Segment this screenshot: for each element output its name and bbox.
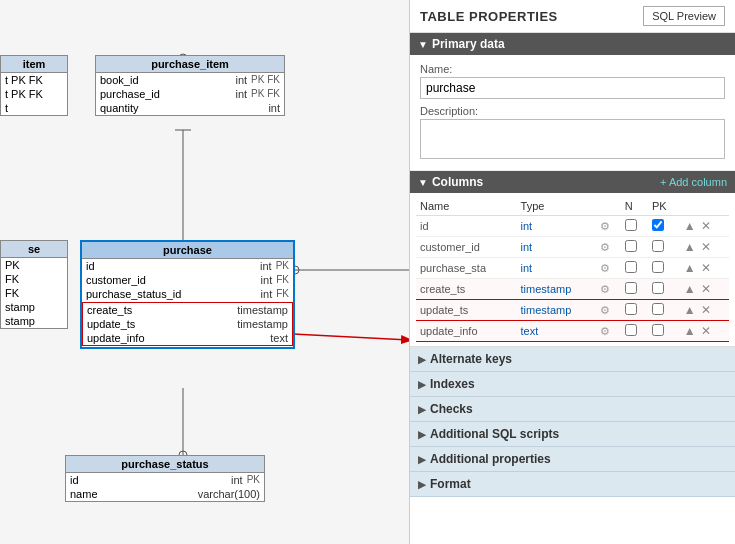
format-label: Format — [430, 477, 471, 491]
col-n-checkbox[interactable] — [625, 240, 637, 252]
table-row: update_info text — [83, 331, 292, 345]
table-row: id int ⚙ ▲ ✕ — [416, 216, 729, 237]
primary-data-section-header[interactable]: ▼ Primary data — [410, 33, 735, 55]
arrow-icon: ▶ — [418, 354, 426, 365]
table-purchase[interactable]: purchase id int PK customer_id int FK pu… — [80, 240, 295, 349]
col-pk-checkbox[interactable] — [652, 240, 664, 252]
table-purchase-status[interactable]: purchase_status id int PK name varchar(1… — [65, 455, 265, 502]
erd-canvas: item t PK FK t PK FK t purchase_item boo… — [0, 0, 410, 544]
table-row: name varchar(100) — [66, 487, 264, 501]
format-section[interactable]: ▶ Format — [410, 472, 735, 497]
col-pk-checkbox[interactable] — [652, 303, 664, 315]
col-type-update-info: text — [517, 321, 597, 342]
additional-props-section[interactable]: ▶ Additional properties — [410, 447, 735, 472]
alternate-keys-section[interactable]: ▶ Alternate keys — [410, 347, 735, 372]
col-type-id: int — [517, 216, 597, 237]
col-header-name: Name — [416, 197, 517, 216]
arrow-icon: ▶ — [418, 379, 426, 390]
table-row: id int PK — [82, 259, 293, 273]
gear-icon[interactable]: ⚙ — [600, 241, 610, 253]
col-header-type: Type — [517, 197, 597, 216]
col-pk-checkbox[interactable] — [652, 261, 664, 273]
col-name-purchase-sta: purchase_sta — [416, 258, 517, 279]
table-row-highlighted: update_ts timestamp ⚙ ▲ ✕ — [416, 300, 729, 321]
table-row: stamp — [1, 314, 67, 328]
primary-data-label: Primary data — [432, 37, 505, 51]
table-header-purchase-status: purchase_status — [66, 456, 264, 473]
move-up-button[interactable]: ▲ — [683, 240, 697, 254]
indexes-label: Indexes — [430, 377, 475, 391]
columns-table-container: Name Type N PK id int ⚙ — [410, 193, 735, 346]
move-up-button[interactable]: ▲ — [683, 219, 697, 233]
col-header-n-label: N — [621, 197, 648, 216]
table-row: customer_id int FK — [82, 273, 293, 287]
table-row-highlighted: update_info text ⚙ ▲ ✕ — [416, 321, 729, 342]
table-row: purchase_sta int ⚙ ▲ ✕ — [416, 258, 729, 279]
table-row: t PK FK — [1, 73, 67, 87]
primary-data-content: Name: Description: — [410, 55, 735, 171]
delete-button[interactable]: ✕ — [700, 282, 712, 296]
table-row: update_ts timestamp — [83, 317, 292, 331]
col-n-checkbox[interactable] — [625, 219, 637, 231]
col-pk-checkbox[interactable] — [652, 219, 664, 231]
col-type-update-ts: timestamp — [517, 300, 597, 321]
delete-button[interactable]: ✕ — [700, 240, 712, 254]
gear-icon[interactable]: ⚙ — [600, 220, 610, 232]
indexes-section[interactable]: ▶ Indexes — [410, 372, 735, 397]
add-column-button[interactable]: + Add column — [660, 176, 727, 188]
table-header-item: item — [1, 56, 67, 73]
col-pk-checkbox[interactable] — [652, 282, 664, 294]
arrow-icon: ▶ — [418, 429, 426, 440]
delete-button[interactable]: ✕ — [700, 219, 712, 233]
additional-sql-section[interactable]: ▶ Additional SQL scripts — [410, 422, 735, 447]
delete-button[interactable]: ✕ — [700, 261, 712, 275]
col-n-checkbox[interactable] — [625, 303, 637, 315]
col-name-update-ts: update_ts — [416, 300, 517, 321]
arrow-icon: ▼ — [418, 39, 428, 50]
gear-icon[interactable]: ⚙ — [600, 262, 610, 274]
table-header-purchase: purchase — [82, 242, 293, 259]
col-n-checkbox[interactable] — [625, 282, 637, 294]
col-pk-checkbox[interactable] — [652, 324, 664, 336]
table-se[interactable]: se PK FK FK stamp stamp — [0, 240, 68, 329]
columns-section: ▼ Columns + Add column Name Type N PK — [410, 171, 735, 347]
table-purchase-item[interactable]: purchase_item book_id int PK FK purchase… — [95, 55, 285, 116]
move-up-button[interactable]: ▲ — [683, 282, 697, 296]
sql-preview-button[interactable]: SQL Preview — [643, 6, 725, 26]
gear-icon[interactable]: ⚙ — [600, 304, 610, 316]
col-type-purchase-sta: int — [517, 258, 597, 279]
table-row: book_id int PK FK — [96, 73, 284, 87]
additional-props-label: Additional properties — [430, 452, 551, 466]
delete-button[interactable]: ✕ — [700, 303, 712, 317]
gear-icon[interactable]: ⚙ — [600, 283, 610, 295]
move-up-button[interactable]: ▲ — [683, 324, 697, 338]
table-row: stamp — [1, 300, 67, 314]
columns-table: Name Type N PK id int ⚙ — [416, 197, 729, 342]
table-item[interactable]: item t PK FK t PK FK t — [0, 55, 68, 116]
col-n-checkbox[interactable] — [625, 261, 637, 273]
table-row: purchase_id int PK FK — [96, 87, 284, 101]
move-up-button[interactable]: ▲ — [683, 261, 697, 275]
col-n-checkbox[interactable] — [625, 324, 637, 336]
table-row: customer_id int ⚙ ▲ ✕ — [416, 237, 729, 258]
delete-button[interactable]: ✕ — [700, 324, 712, 338]
col-name-update-info: update_info — [416, 321, 517, 342]
table-row: PK — [1, 258, 67, 272]
table-header-purchase-item: purchase_item — [96, 56, 284, 73]
table-row: purchase_status_id int FK — [82, 287, 293, 301]
table-row: quantity int — [96, 101, 284, 115]
table-row-highlighted: create_ts timestamp ⚙ ▲ ✕ — [416, 279, 729, 300]
arrow-icon: ▼ — [418, 177, 428, 188]
table-row: create_ts timestamp — [83, 303, 292, 317]
table-row: t — [1, 101, 67, 115]
columns-label: Columns — [432, 175, 483, 189]
description-textarea[interactable] — [420, 119, 725, 159]
name-input[interactable] — [420, 77, 725, 99]
columns-section-header[interactable]: ▼ Columns + Add column — [410, 171, 735, 193]
table-row: id int PK — [66, 473, 264, 487]
move-up-button[interactable]: ▲ — [683, 303, 697, 317]
checks-section[interactable]: ▶ Checks — [410, 397, 735, 422]
gear-icon[interactable]: ⚙ — [600, 325, 610, 337]
panel-header: TABLE PROPERTIES SQL Preview — [410, 0, 735, 33]
col-type-customer-id: int — [517, 237, 597, 258]
